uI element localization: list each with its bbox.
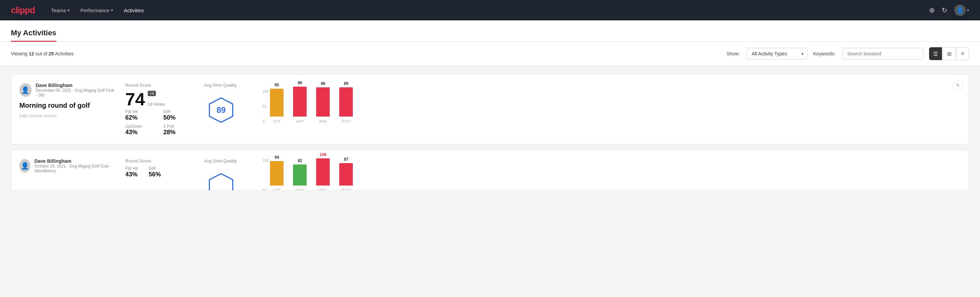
card-stats: Round Score 74 +4 18 Holes FW Hit 62% GI… — [125, 83, 193, 136]
list-view-button[interactable]: ☰ — [929, 47, 942, 60]
activity-card: ✎ 👤 Dave Billingham December 05, 2021 · … — [11, 74, 969, 144]
bar-group-app: 90 APP — [293, 81, 307, 123]
hexagon-container: 89 — [204, 93, 238, 127]
fw-hit-value: 43% — [125, 171, 138, 178]
bar-value-putt: 87 — [344, 157, 348, 162]
one-putt-stat: 1 Putt 28% — [163, 124, 193, 136]
bar-arg — [316, 87, 330, 117]
navbar: clippd Teams ▾ Performance ▾ Activities … — [0, 0, 980, 21]
user-menu[interactable]: 👤 ▾ — [954, 5, 969, 16]
bar-group-putt: 87 PUTT — [339, 157, 353, 191]
bar-label-putt: PUTT — [341, 119, 351, 123]
search-input[interactable] — [842, 48, 924, 59]
bar-group-ott: 94 OTT — [270, 155, 283, 191]
viewing-label: Activities — [55, 51, 74, 56]
y-max: 100 — [262, 89, 269, 93]
nav-teams-label: Teams — [51, 8, 66, 13]
bar-value-arg: 106 — [320, 152, 326, 157]
y-max: 100 — [262, 158, 269, 163]
viewing-total: 29 — [49, 51, 54, 56]
avatar-person-icon: 👤 — [21, 162, 29, 170]
bar-label-ott: OTT — [273, 119, 280, 123]
chart-y-axis: 100 50 0 — [262, 89, 269, 123]
bar-app — [293, 164, 307, 185]
grid-view-icon: ⊞ — [947, 51, 951, 57]
nav-performance-label: Performance — [81, 8, 110, 13]
gir-label: GIR — [163, 109, 193, 114]
bar-ott — [270, 89, 283, 117]
nav-item-activities[interactable]: Activities — [124, 6, 144, 14]
round-score-title: Round Score — [125, 83, 193, 88]
bar-arg — [316, 158, 330, 185]
chart-y-axis: 100 50 — [262, 158, 269, 191]
user-row: 👤 Dave Billingham December 05, 2021 · Go… — [19, 83, 115, 97]
compact-view-button[interactable]: ≡ — [956, 47, 969, 60]
refresh-icon[interactable]: ↻ — [942, 6, 947, 14]
bar-ott — [270, 161, 283, 185]
show-label: Show: — [727, 51, 740, 56]
bar-fill-putt — [339, 87, 353, 117]
bar-label-putt: PUTT — [341, 188, 351, 191]
bar-value-arg: 89 — [321, 81, 325, 86]
teams-chevron-icon: ▾ — [68, 8, 70, 13]
card-quality: Avg Shot Quality 89 — [204, 83, 251, 127]
user-chevron-icon: ▾ — [967, 8, 969, 13]
activities-list: ✎ 👤 Dave Billingham December 05, 2021 · … — [0, 66, 980, 199]
user-row: 👤 Dave Billingham October 16, 2021 · Gog… — [19, 158, 115, 173]
avg-shot-quality-title: Avg Shot Quality — [204, 158, 237, 163]
gir-stat: GIR 50% — [163, 109, 193, 121]
gir-stat: GIR 56% — [149, 166, 161, 178]
activity-type-selector[interactable]: All Activity Types Round Practice ▾ — [747, 48, 808, 59]
card-left: 👤 Dave Billingham October 16, 2021 · Gog… — [19, 158, 115, 177]
fw-hit-stat: FW Hit 43% — [125, 166, 138, 178]
nav-item-teams[interactable]: Teams ▾ — [51, 6, 70, 14]
bar-group-arg: 106 ARG — [316, 152, 330, 191]
avatar: 👤 — [954, 5, 966, 16]
bar-value-putt: 89 — [344, 81, 348, 86]
bar-putt — [339, 163, 353, 185]
view-toggle: ☰ ⊞ ≡ — [929, 47, 969, 60]
y-mid: 50 — [262, 104, 269, 109]
bar-label-arg: ARG — [319, 188, 327, 191]
fw-hit-stat: FW Hit 62% — [125, 109, 155, 121]
nav-activities-label: Activities — [124, 8, 144, 13]
avatar: 👤 — [19, 83, 32, 97]
bar-value-app: 82 — [298, 158, 302, 163]
y-min: 0 — [262, 119, 269, 123]
score-diff-badge: +4 — [148, 91, 156, 96]
bar-value-app: 90 — [298, 81, 302, 85]
activity-title: Morning round of golf — [19, 102, 115, 109]
bar-group-app: 82 APP — [293, 158, 307, 191]
bar-label-arg: ARG — [319, 119, 327, 123]
compact-view-icon: ≡ — [961, 51, 964, 57]
y-mid: 50 — [262, 188, 269, 191]
page-title: My Activities — [11, 21, 56, 42]
bar-fill-arg — [316, 158, 330, 185]
add-icon[interactable]: ⊕ — [929, 6, 935, 14]
bar-label-ott: OTT — [273, 188, 280, 191]
one-putt-label: 1 Putt — [163, 124, 193, 129]
edit-button[interactable]: ✎ — [953, 80, 963, 91]
fw-hit-label: FW Hit — [125, 109, 155, 114]
nav-item-performance[interactable]: Performance ▾ — [81, 6, 113, 14]
bar-group-ott: 85 OTT — [270, 83, 283, 123]
holes-label: 18 Holes — [148, 102, 165, 107]
gir-label: GIR — [149, 166, 161, 171]
viewing-count: 12 — [29, 51, 34, 56]
score-value: 74 — [125, 90, 145, 108]
grid-view-button[interactable]: ⊞ — [943, 47, 956, 60]
toolbar: Viewing 12 out of 29 Activities Show: Al… — [0, 42, 980, 66]
bar-fill-ott — [270, 89, 283, 117]
round-score-title: Round Score — [125, 158, 193, 163]
avg-shot-quality-title: Avg Shot Quality — [204, 83, 237, 88]
card-stats: Round Score FW Hit 43% GIR 56% — [125, 158, 193, 178]
user-info: Dave Billingham December 05, 2021 · Gog … — [36, 83, 115, 97]
avatar: 👤 — [19, 159, 30, 172]
up-down-value: 43% — [125, 129, 155, 136]
chart-area: 94 OTT 82 APP 106 — [270, 152, 961, 191]
activity-type-select[interactable]: All Activity Types Round Practice — [747, 48, 808, 59]
stat-row: FW Hit 43% GIR 56% — [125, 166, 193, 178]
user-info: Dave Billingham October 16, 2021 · Gog M… — [34, 158, 115, 173]
avatar-icon: 👤 — [956, 6, 964, 14]
bar-label-app: APP — [296, 119, 304, 123]
